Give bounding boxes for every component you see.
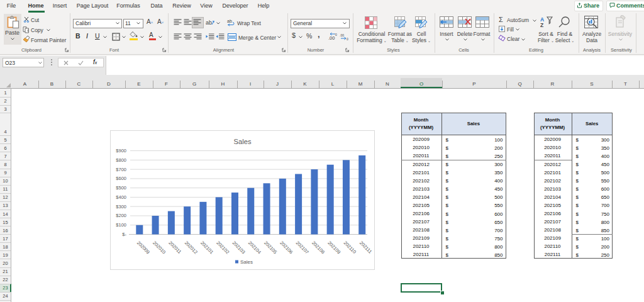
svg-text:$300: $300 [116, 204, 126, 210]
svg-text:.00: .00 [340, 33, 344, 37]
svg-text:$600: $600 [116, 176, 126, 181]
svg-text:Z: Z [540, 22, 543, 28]
svg-text:$800: $800 [116, 157, 126, 163]
svg-text:$700: $700 [116, 167, 126, 172]
svg-text:$400: $400 [116, 194, 126, 200]
svg-text:$900: $900 [116, 148, 126, 154]
svg-text:Sales: Sales [234, 138, 252, 145]
svg-text:.00: .00 [328, 35, 335, 40]
svg-text:$100: $100 [116, 222, 126, 228]
svg-text:ab: ab [227, 19, 232, 23]
svg-text:$200: $200 [116, 213, 126, 218]
svg-text:Sales: Sales [240, 259, 253, 265]
svg-text:0: 0 [347, 37, 348, 40]
svg-text:$500: $500 [116, 185, 126, 191]
svg-text:0: 0 [335, 33, 337, 36]
svg-text:$-: $- [122, 232, 126, 237]
svg-text:ab: ab [206, 20, 212, 26]
